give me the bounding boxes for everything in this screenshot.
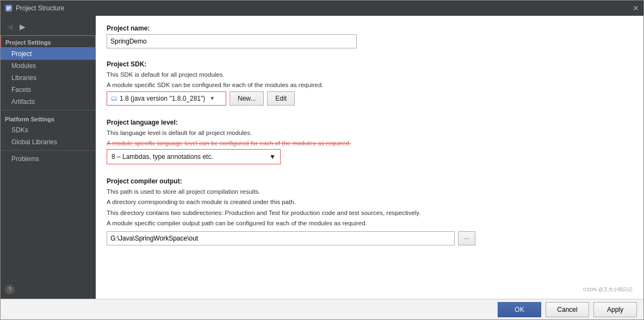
sdk-row: 🗂 1.8 (java version "1.8.0_281") ▼ New..… bbox=[107, 91, 633, 106]
sidebar-item-libraries[interactable]: Libraries bbox=[1, 72, 96, 84]
sidebar-item-project[interactable]: Project bbox=[1, 48, 96, 60]
sidebar-divider-2 bbox=[1, 150, 96, 151]
compiler-desc1: This path is used to store all project c… bbox=[107, 187, 633, 196]
sidebar-item-sdks[interactable]: SDKs bbox=[1, 124, 96, 136]
close-button[interactable]: ✕ bbox=[633, 4, 639, 13]
sidebar-item-artifacts[interactable]: Artifacts bbox=[1, 96, 96, 108]
window-icon bbox=[5, 4, 13, 12]
sidebar: ◀ ▶ Project Settings Project Modules Lib… bbox=[1, 16, 96, 299]
sdk-edit-button[interactable]: Edit bbox=[267, 91, 295, 106]
main-content: ◀ ▶ Project Settings Project Modules Lib… bbox=[1, 16, 643, 299]
compiler-desc3: This directory contains two subdirectori… bbox=[107, 208, 633, 218]
svg-rect-1 bbox=[7, 7, 11, 8]
browse-button[interactable]: ··· bbox=[458, 231, 475, 245]
project-name-input[interactable] bbox=[107, 34, 357, 48]
svg-rect-2 bbox=[7, 8, 11, 9]
project-settings-header: Project Settings bbox=[1, 35, 96, 48]
right-panel: Project name: Project SDK: This SDK is d… bbox=[96, 16, 643, 299]
sdk-value: 1.8 (java version "1.8.0_281") bbox=[120, 95, 205, 102]
svg-rect-3 bbox=[7, 9, 9, 10]
sdk-folder-icon: 🗂 bbox=[110, 94, 117, 102]
project-structure-window: Project Structure ✕ ◀ ▶ Project Settings… bbox=[0, 0, 644, 320]
forward-button[interactable]: ▶ bbox=[17, 21, 28, 32]
sdk-desc2: A module specific SDK can be configured … bbox=[107, 81, 633, 90]
bottom-bar: OK Cancel Apply bbox=[1, 299, 643, 319]
project-name-section: Project name: bbox=[107, 24, 633, 55]
lang-desc1: This language level is default for all p… bbox=[107, 128, 633, 138]
window-title: Project Structure bbox=[16, 4, 64, 12]
sidebar-item-global-libraries[interactable]: Global Libraries bbox=[1, 136, 96, 148]
compiler-desc2: A directory corresponding to each module… bbox=[107, 198, 633, 207]
sidebar-item-problems[interactable]: Problems bbox=[1, 153, 96, 165]
project-lang-section: Project language level: This language le… bbox=[107, 119, 633, 173]
sdk-new-button[interactable]: New... bbox=[230, 91, 264, 106]
lang-dropdown[interactable]: 8 – Lambdas, type annotations etc. ▼ bbox=[107, 149, 281, 164]
sdk-desc1: This SDK is default for all project modu… bbox=[107, 70, 633, 79]
ok-button[interactable]: OK bbox=[498, 302, 541, 317]
title-bar-left: Project Structure bbox=[5, 4, 64, 12]
compiler-label: Project compiler output: bbox=[107, 177, 633, 185]
compiler-output-input[interactable] bbox=[107, 231, 455, 245]
sidebar-toolbar: ◀ ▶ bbox=[1, 19, 96, 35]
sidebar-divider bbox=[1, 110, 96, 110]
help-button[interactable]: ? bbox=[5, 285, 15, 294]
project-sdk-label: Project SDK: bbox=[107, 60, 633, 68]
lang-desc2: A module specific language level can be … bbox=[107, 139, 633, 148]
sidebar-item-modules[interactable]: Modules bbox=[1, 60, 96, 72]
title-bar: Project Structure ✕ bbox=[1, 1, 643, 16]
cancel-button[interactable]: Cancel bbox=[546, 302, 589, 317]
compiler-desc4: A module specific compiler output path c… bbox=[107, 219, 633, 228]
platform-settings-header: Platform Settings bbox=[1, 113, 96, 124]
output-row: ··· bbox=[107, 231, 633, 245]
sdk-dropdown[interactable]: 🗂 1.8 (java version "1.8.0_281") ▼ bbox=[107, 91, 226, 106]
lang-label: Project language level: bbox=[107, 119, 633, 126]
sidebar-bottom: ? bbox=[1, 280, 96, 299]
project-name-label: Project name: bbox=[107, 24, 633, 32]
project-sdk-section: Project SDK: This SDK is default for all… bbox=[107, 60, 633, 113]
lang-value: 8 – Lambdas, type annotations etc. bbox=[112, 153, 213, 161]
watermark: CSDN @王大小唱日记 bbox=[107, 283, 633, 293]
compiler-output-section: Project compiler output: This path is us… bbox=[107, 177, 633, 245]
sdk-chevron-icon: ▼ bbox=[209, 95, 215, 101]
apply-button[interactable]: Apply bbox=[593, 302, 637, 317]
sidebar-item-facets[interactable]: Facets bbox=[1, 84, 96, 96]
back-button[interactable]: ◀ bbox=[5, 21, 15, 32]
lang-chevron-icon: ▼ bbox=[269, 153, 276, 161]
